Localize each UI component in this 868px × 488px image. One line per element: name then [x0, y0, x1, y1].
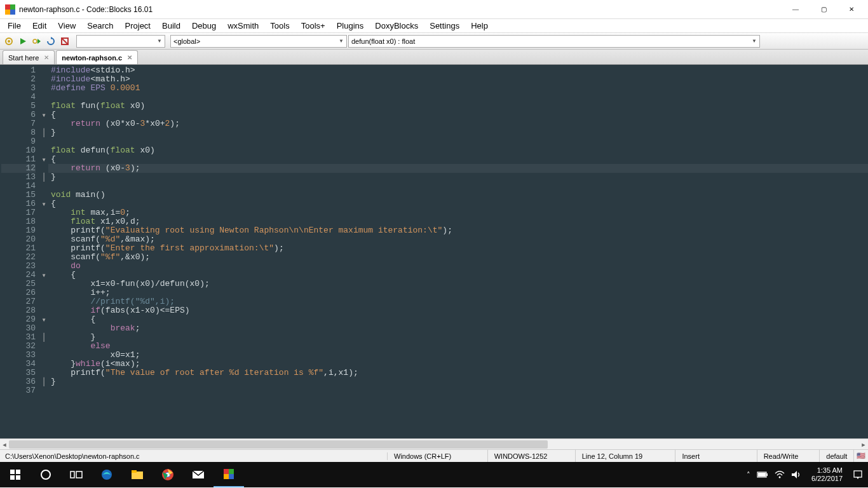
svg-point-33 — [779, 477, 781, 478]
code-line[interactable]: return (x0*x0-3*x0+2); — [51, 119, 865, 128]
fold-marker[interactable]: ▾ — [39, 271, 48, 280]
maximize-button[interactable]: ▢ — [815, 3, 832, 16]
svg-point-5 — [8, 40, 10, 43]
scroll-thumb[interactable] — [9, 440, 548, 449]
code-line[interactable]: if(fabs(x1-x0)<=EPS) — [51, 306, 865, 315]
code-line[interactable]: { — [51, 155, 865, 164]
menu-view[interactable]: View — [53, 20, 81, 32]
code-line[interactable]: float x1,x0,d; — [51, 217, 865, 226]
code-line[interactable] — [51, 93, 865, 102]
code-line[interactable]: //printf("%d",i); — [51, 297, 865, 306]
explorer-icon[interactable] — [122, 462, 153, 487]
code-line[interactable]: scanf("%d",&max); — [51, 235, 865, 244]
tab-newton-raphson-c[interactable]: newton-raphson.c✕ — [56, 50, 138, 64]
menu-build[interactable]: Build — [157, 20, 186, 32]
menu-debug[interactable]: Debug — [187, 20, 221, 32]
tray-chevron-icon[interactable]: ˄ — [747, 471, 750, 479]
mail-icon[interactable] — [183, 462, 214, 487]
code-line[interactable]: { — [51, 111, 865, 119]
code-line[interactable]: void main() — [51, 191, 865, 200]
cortana-icon[interactable] — [31, 462, 61, 487]
function-dropdown[interactable]: defun(float x0) : float▼ — [348, 35, 760, 48]
gear-icon[interactable] — [3, 35, 15, 48]
code-line[interactable]: #define EPS 0.0001 — [51, 84, 865, 93]
code-line[interactable]: float defun(float x0) — [51, 146, 865, 155]
minimize-button[interactable]: — — [787, 3, 804, 16]
menu-settings[interactable]: Settings — [424, 20, 465, 32]
abort-icon[interactable] — [58, 35, 71, 48]
clock[interactable]: 1:35 AM 6/22/2017 — [808, 466, 846, 483]
code-line[interactable]: }while(i<max); — [51, 360, 865, 369]
fold-marker[interactable]: ▾ — [39, 200, 48, 208]
code-line[interactable]: int max,i=0; — [51, 208, 865, 217]
code-line[interactable]: #include<stdio.h> — [51, 66, 865, 75]
code-line[interactable]: { — [51, 315, 865, 324]
code-line[interactable]: else — [51, 342, 865, 351]
chrome-icon[interactable] — [153, 462, 183, 487]
menu-wxsmith[interactable]: wxSmith — [222, 20, 264, 32]
code-line[interactable]: printf("Evaluating root using Newton Rap… — [51, 226, 865, 235]
fold-marker[interactable]: ▾ — [39, 111, 48, 119]
code-line[interactable] — [51, 137, 865, 146]
fold-marker[interactable]: ▾ — [39, 315, 48, 324]
svg-rect-21 — [132, 470, 137, 473]
wifi-icon[interactable] — [775, 471, 785, 478]
scroll-left-icon[interactable]: ◄ — [0, 439, 9, 450]
svg-marker-34 — [792, 471, 797, 478]
code-line[interactable]: printf("The value of root after %d itera… — [51, 369, 865, 377]
code-line[interactable]: #include<math.h> — [51, 75, 865, 84]
tab-start-here[interactable]: Start here✕ — [3, 50, 55, 64]
battery-icon[interactable] — [757, 471, 768, 478]
scope-dropdown[interactable]: <global>▼ — [170, 35, 347, 48]
titlebar: newton-raphson.c - Code::Blocks 16.01 — … — [0, 0, 868, 19]
code-line[interactable] — [51, 386, 865, 395]
edge-icon[interactable] — [92, 462, 122, 487]
start-button[interactable] — [0, 462, 31, 487]
codeblocks-task-icon[interactable] — [214, 462, 244, 487]
code-line[interactable] — [51, 182, 865, 191]
menu-tools[interactable]: Tools — [265, 20, 294, 32]
menu-plugins[interactable]: Plugins — [332, 20, 369, 32]
tab-close-icon[interactable]: ✕ — [127, 54, 132, 61]
build-run-icon[interactable] — [31, 35, 43, 48]
svg-rect-35 — [854, 471, 862, 477]
code-line[interactable]: x1=x0-fun(x0)/defun(x0); — [51, 280, 865, 288]
svg-rect-28 — [224, 474, 229, 479]
volume-icon[interactable] — [791, 470, 801, 479]
code-line[interactable]: break; — [51, 324, 865, 333]
code-line[interactable]: scanf("%f",&x0); — [51, 253, 865, 262]
menu-help[interactable]: Help — [466, 20, 493, 32]
menu-edit[interactable]: Edit — [27, 20, 51, 32]
fold-marker[interactable]: ▾ — [39, 155, 48, 164]
code-line[interactable]: printf("Enter the first approximation:\t… — [51, 244, 865, 253]
notifications-icon[interactable] — [853, 470, 863, 480]
menu-doxyblocks[interactable]: DoxyBlocks — [370, 20, 423, 32]
menu-tools+[interactable]: Tools+ — [296, 20, 330, 32]
fold-marker: │ — [39, 377, 48, 386]
code-line[interactable]: } — [51, 128, 865, 137]
code-line[interactable]: } — [51, 333, 865, 342]
code-line[interactable]: { — [51, 271, 865, 280]
scroll-right-icon[interactable]: ► — [859, 439, 868, 450]
code-line[interactable]: x0=x1; — [51, 351, 865, 360]
horizontal-scrollbar[interactable]: ◄ ► — [0, 438, 868, 449]
code-line[interactable]: } — [51, 377, 865, 386]
taskview-icon[interactable] — [61, 462, 92, 487]
rebuild-icon[interactable] — [44, 35, 57, 48]
menu-search[interactable]: Search — [82, 20, 118, 32]
code-line[interactable]: i++; — [51, 288, 865, 297]
target-dropdown[interactable]: ▼ — [76, 35, 165, 48]
code-line[interactable]: return (x0-3); — [51, 164, 865, 173]
code-line[interactable]: { — [51, 200, 865, 208]
svg-rect-27 — [229, 469, 234, 474]
menu-file[interactable]: File — [3, 20, 26, 32]
code-line[interactable]: float fun(float x0) — [51, 102, 865, 111]
run-icon[interactable] — [17, 35, 29, 48]
menu-project[interactable]: Project — [120, 20, 156, 32]
code-area[interactable]: #include<stdio.h>#include<math.h>#define… — [48, 65, 868, 438]
tab-close-icon[interactable]: ✕ — [44, 54, 49, 61]
code-line[interactable]: } — [51, 173, 865, 182]
close-button[interactable]: ✕ — [843, 3, 860, 16]
code-line[interactable]: do — [51, 262, 865, 271]
editor: 1234567891011121314151617181920212223242… — [0, 65, 868, 438]
